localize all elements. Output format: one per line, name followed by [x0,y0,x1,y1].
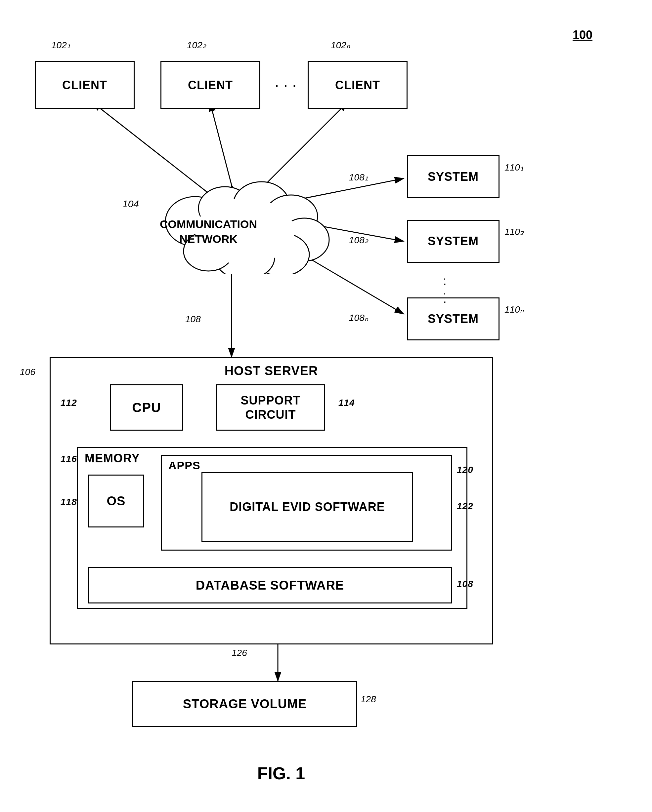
system-n-label: SYSTEM [428,312,479,326]
client-n-ref: 102ₙ [331,40,350,50]
client-1-ref: 102₁ [51,40,70,50]
svg-point-20 [195,198,294,264]
cpu-box: CPU [110,385,183,430]
client-1-box: CLIENT [35,61,135,109]
cpu-ref: 112 [61,398,77,408]
client-n-box: CLIENT [308,61,407,109]
storage-conn-ref: 126 [231,648,247,658]
ref-100: 100 [572,28,592,42]
client-2-label: CLIENT [188,78,233,92]
fig-label: FIG. 1 [215,763,347,783]
system-n-ref: 110ₙ [505,304,523,315]
support-circuit-label: SUPPORT CIRCUIT [217,393,324,422]
os-label: OS [107,494,126,508]
svg-text:COMMUNICATION: COMMUNICATION [160,218,257,230]
system-2-box: SYSTEM [407,220,499,263]
system-1-box: SYSTEM [407,155,499,198]
digital-evid-label: DIGITAL EVID SOFTWARE [230,499,385,515]
memory-label: MEMORY [85,452,140,466]
network-cloud: COMMUNICATION NETWORK [142,155,331,274]
apps-ref: 120 [457,465,473,475]
digital-evid-box: DIGITAL EVID SOFTWARE [202,472,413,542]
storage-volume-box: STORAGE VOLUME [132,681,357,727]
database-software-label: DATABASE SOFTWARE [196,578,344,592]
client-2-ref: 102₂ [187,40,206,50]
system-1-label: SYSTEM [428,170,479,184]
support-circuit-ref: 114 [338,398,355,408]
system-n-box: SYSTEM [407,298,499,340]
host-server-ref: 106 [20,367,35,377]
client-dots: · · · [275,76,297,94]
digital-evid-ref: 122 [457,501,473,511]
memory-ref: 116 [61,454,77,464]
network-ref: 104 [122,198,139,209]
os-ref: 118 [61,497,77,507]
system-2-label: SYSTEM [428,234,479,248]
storage-volume-ref: 128 [361,694,376,705]
system-mid-dots: ··· [443,274,446,328]
client-1-label: CLIENT [62,78,107,92]
client-n-label: CLIENT [335,78,380,92]
system-1-ref: 110₁ [505,162,523,173]
system-n-conn-ref: 108ₙ [349,312,368,323]
system-2-ref: 110₂ [505,226,523,237]
host-server-label: HOST SERVER [51,358,492,378]
svg-text:NETWORK: NETWORK [179,233,237,245]
ref-108-down: 108 [185,314,201,325]
cpu-label: CPU [132,400,161,415]
system-1-conn-ref: 108₁ [349,172,368,183]
host-server-box: HOST SERVER CPU 112 SUPPORT CIRCUIT 114 … [50,357,493,644]
system-2-conn-ref: 108₂ [349,235,368,246]
storage-volume-label: STORAGE VOLUME [183,697,307,711]
diagram-container: 100 CLIENT 102₁ CLIENT 102₂ · · · CLIENT… [0,0,652,812]
database-ref: 108 [457,578,473,589]
apps-label: APPS [168,459,200,472]
apps-box: APPS DIGITAL EVID SOFTWARE [161,455,452,551]
memory-box: MEMORY OS APPS DIGITAL EVID SOFTWARE 120… [77,447,467,609]
os-box: OS [88,475,144,527]
client-2-box: CLIENT [161,61,260,109]
database-software-box: DATABASE SOFTWARE [88,567,452,603]
support-circuit-box: SUPPORT CIRCUIT [216,385,325,430]
